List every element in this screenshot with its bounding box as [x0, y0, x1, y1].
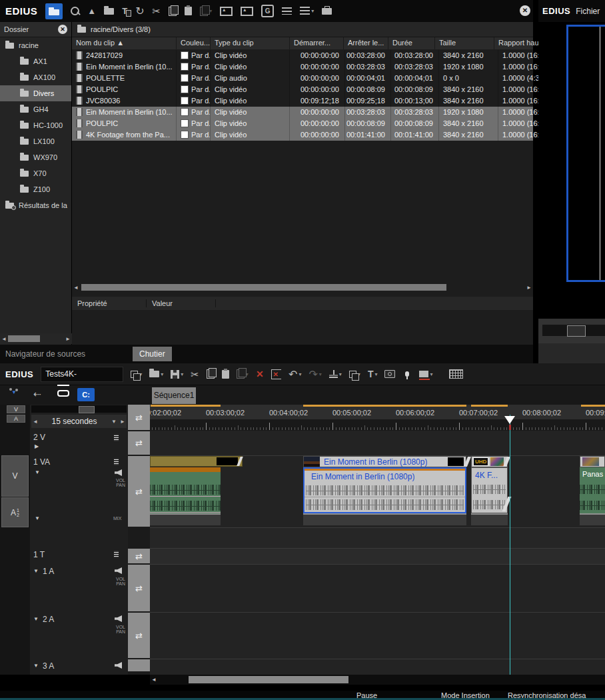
redo-icon[interactable]: ↷▾: [308, 370, 321, 379]
zoom-slider-handle[interactable]: [79, 406, 95, 413]
clip-list-hscrollbar[interactable]: ◄ ►: [72, 282, 533, 293]
column-header-6[interactable]: Taille: [435, 37, 494, 49]
sidebar-item-r-sultats-de-la[interactable]: Résultats de la: [0, 197, 71, 213]
track-2a-label[interactable]: 2 A: [43, 615, 54, 624]
clip-ein-moment-body-selected[interactable]: Ein Moment in Berlin (1080p): [303, 467, 466, 513]
value-column[interactable]: Valeur: [147, 299, 216, 307]
scroll-right-icon[interactable]: ►: [525, 285, 533, 291]
clip-ein-moment-nameband[interactable]: Ein Moment in Berlin (1080p): [303, 456, 466, 467]
patch-1va-audio[interactable]: A 12: [1, 497, 29, 527]
track-1va-mix-button[interactable]: MIX: [113, 516, 121, 521]
timecode-ruler[interactable]: 00:02:00;0200:03:00;0200:04:00;0200:05:0…: [150, 405, 605, 431]
sidebar-item-divers[interactable]: Divers: [0, 85, 71, 101]
mixer-block[interactable]: [580, 513, 605, 525]
up-folder-icon[interactable]: ▲: [87, 7, 96, 15]
track-3a-label[interactable]: 3 A: [43, 661, 54, 671]
track-1a-label[interactable]: 1 A: [43, 567, 54, 576]
save-project-icon[interactable]: ▾: [171, 370, 183, 379]
track-1va-volpan-button[interactable]: VOLPAN: [100, 478, 125, 487]
new-sequence-icon[interactable]: ▾: [131, 371, 142, 378]
slider-handle[interactable]: [567, 325, 586, 337]
copy-icon[interactable]: [207, 369, 215, 379]
scale-dropdown-icon[interactable]: ▼: [109, 419, 119, 425]
sync-track-2v[interactable]: ⇄: [128, 431, 150, 455]
sidebar-item-gh4[interactable]: GH4: [0, 101, 71, 117]
tab-bin[interactable]: Chutier: [133, 347, 172, 361]
scroll-left-icon[interactable]: ◄: [72, 285, 80, 291]
export-k2-icon[interactable]: ▾: [200, 7, 212, 16]
sidebar-item-z100[interactable]: Z100: [0, 181, 71, 197]
table-row[interactable]: 4K Footage from the Pa...Par d...Clip vi…: [72, 129, 533, 141]
clip-green-body[interactable]: [150, 467, 221, 513]
track-1a-expand-icon[interactable]: ▼: [33, 568, 39, 574]
detail-list-icon[interactable]: [282, 7, 292, 15]
open-folder-icon[interactable]: [104, 8, 114, 15]
bin-folder-button[interactable]: [45, 3, 63, 19]
ripple-mode-icon[interactable]: C:: [77, 388, 95, 401]
scroll-left-icon[interactable]: ◄: [150, 677, 158, 683]
sidebar-item-ax1[interactable]: AX1: [0, 53, 71, 69]
layouter-icon[interactable]: ▾: [349, 371, 360, 378]
track-3a-expand-icon[interactable]: ▼: [33, 663, 39, 669]
grass-valley-icon[interactable]: G: [261, 5, 274, 17]
table-row[interactable]: POULPICPar d...Clip vidéo00:00:00:0000:0…: [72, 118, 533, 129]
capture-icon[interactable]: [384, 370, 395, 378]
view-mode-icon[interactable]: ▾: [300, 7, 314, 15]
table-row[interactable]: JVC80036Par d...Clip vidéo00:09:12;1800:…: [72, 95, 533, 107]
property-column[interactable]: Propriété: [72, 299, 147, 307]
timeline-zoom-slider[interactable]: [31, 405, 127, 413]
track-1va-label[interactable]: 1 VA: [33, 457, 50, 467]
cut-icon[interactable]: ✂: [191, 370, 199, 379]
sidebar-item-wx970[interactable]: WX970: [0, 149, 71, 165]
add-cut-point-icon[interactable]: ▾: [329, 370, 342, 379]
open-project-icon[interactable]: ▾: [149, 371, 163, 377]
table-row[interactable]: POULETTEPar d...Clip audio00:00:00;0000:…: [72, 73, 533, 84]
scrollbar-thumb[interactable]: [189, 676, 348, 683]
delete-icon[interactable]: ✕: [256, 369, 264, 379]
mixer-block[interactable]: [150, 513, 221, 525]
playhead-handle[interactable]: [504, 416, 515, 424]
undo-icon[interactable]: ↶▾: [289, 370, 301, 379]
send-to-timeline-icon[interactable]: [241, 7, 253, 16]
track-2v-expand-icon[interactable]: ▶: [35, 443, 39, 449]
scroll-right-icon[interactable]: ►: [64, 336, 72, 342]
table-row[interactable]: 242817029Par d...Clip vidéo00:00:00:0000…: [72, 50, 533, 61]
column-header-5[interactable]: Durée: [388, 37, 435, 49]
column-header-0[interactable]: Nom du clip ▲: [72, 37, 177, 49]
keyboard-shortcut-icon[interactable]: [449, 369, 463, 379]
sync-track-1t[interactable]: ⇄: [128, 549, 150, 563]
scroll-left-icon[interactable]: ◄: [0, 336, 8, 342]
track-1va-expand-icon[interactable]: ▼: [35, 469, 40, 475]
close-bin-icon[interactable]: ✕: [520, 5, 530, 16]
mixer-block[interactable]: [303, 513, 466, 525]
preview-position-slider[interactable]: [538, 319, 605, 343]
sidebar-item-x70[interactable]: X70: [0, 165, 71, 181]
column-header-2[interactable]: Type du clip: [211, 37, 290, 49]
track-1t-label[interactable]: 1 T: [33, 550, 45, 559]
track-2a-expand-icon[interactable]: ▼: [33, 616, 39, 622]
player-transfer-icon[interactable]: [220, 7, 233, 16]
sync-track-2a[interactable]: ⇄: [128, 613, 150, 658]
table-row[interactable]: POULPICPar d...Clip vidéo00:00:00:0000:0…: [72, 84, 533, 95]
voiceover-icon[interactable]: [405, 371, 409, 377]
sidebar-item-lx100[interactable]: LX100: [0, 133, 71, 149]
menu-file[interactable]: Fichier: [576, 7, 600, 16]
sidebar-item-ax100[interactable]: AX100: [0, 69, 71, 85]
clip-4k-nameband[interactable]: UHD: [471, 456, 508, 467]
scrollbar-thumb[interactable]: [81, 284, 446, 291]
folder-panel-hscrollbar[interactable]: ◄ ►: [0, 333, 72, 344]
column-header-1[interactable]: Couleu...: [177, 37, 211, 49]
search-icon[interactable]: [71, 7, 79, 15]
export-icon[interactable]: ▾: [419, 371, 432, 377]
clip-list-header[interactable]: Nom du clip ▲Couleu...Type du clipDémarr…: [72, 37, 533, 49]
scale-left-icon[interactable]: ◄: [31, 419, 39, 425]
clip-panasonic-nameband[interactable]: [580, 456, 605, 467]
patch-video-button[interactable]: V: [7, 405, 25, 413]
new-title-icon[interactable]: T: [122, 7, 127, 15]
table-row[interactable]: Ein Moment in Berlin (10...Par d...Clip …: [72, 107, 533, 118]
refresh-icon[interactable]: ↻: [135, 7, 144, 15]
playhead-line[interactable]: [510, 415, 510, 675]
toolbox-icon[interactable]: [322, 8, 332, 15]
track-2v-label[interactable]: 2 V: [33, 433, 45, 442]
clip-olive-nameband[interactable]: [150, 456, 243, 467]
